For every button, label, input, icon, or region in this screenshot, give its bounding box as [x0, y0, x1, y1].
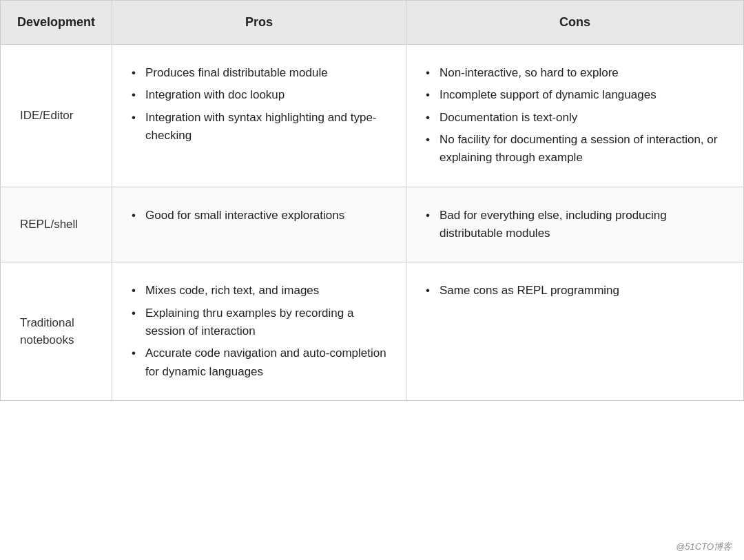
- header-development: Development: [1, 1, 112, 45]
- cons-cell: Non-interactive, so hard to exploreIncom…: [406, 45, 743, 187]
- header-cons: Cons: [406, 1, 743, 45]
- pros-item: Mixes code, rich text, and images: [132, 282, 386, 300]
- header-row: Development Pros Cons: [1, 1, 744, 45]
- dev-cell: REPL/shell: [1, 187, 112, 262]
- pros-item: Explaining thru examples by recording a …: [132, 304, 386, 341]
- cons-item: Non-interactive, so hard to explore: [426, 64, 724, 82]
- dev-cell: IDE/Editor: [1, 45, 112, 187]
- header-pros: Pros: [112, 1, 406, 45]
- table-row: IDE/EditorProduces final distributable m…: [1, 45, 744, 187]
- pros-item: Accurate code navigation and auto-comple…: [132, 344, 386, 381]
- cons-item: Bad for everything else, including produ…: [426, 207, 724, 243]
- watermark: @51CTO博客: [676, 541, 732, 553]
- pros-item: Good for small interactive explorations: [132, 207, 386, 225]
- comparison-table: Development Pros Cons IDE/EditorProduces…: [0, 0, 744, 401]
- cons-item: Same cons as REPL programming: [426, 282, 724, 300]
- pros-cell: Produces final distributable moduleInteg…: [112, 45, 406, 187]
- pros-item: Integration with syntax highlighting and…: [132, 109, 386, 145]
- dev-cell: Traditional notebooks: [1, 262, 112, 401]
- table-row: Traditional notebooksMixes code, rich te…: [1, 262, 744, 401]
- pros-cell: Mixes code, rich text, and imagesExplain…: [112, 262, 406, 401]
- cons-item: No facility for documenting a session of…: [426, 131, 724, 167]
- cons-item: Documentation is text-only: [426, 109, 724, 127]
- cons-cell: Bad for everything else, including produ…: [406, 187, 743, 262]
- table-row: REPL/shellGood for small interactive exp…: [1, 187, 744, 262]
- pros-item: Integration with doc lookup: [132, 86, 386, 104]
- pros-cell: Good for small interactive explorations: [112, 187, 406, 262]
- cons-cell: Same cons as REPL programming: [406, 262, 743, 401]
- cons-item: Incomplete support of dynamic languages: [426, 86, 724, 104]
- pros-item: Produces final distributable module: [132, 64, 386, 82]
- table-container: Development Pros Cons IDE/EditorProduces…: [0, 0, 744, 560]
